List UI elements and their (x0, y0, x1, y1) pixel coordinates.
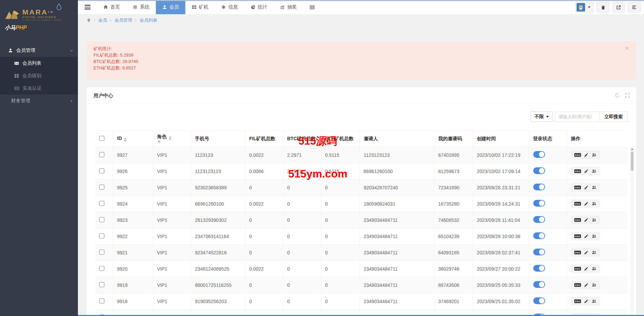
column-header-eth: ETH矿机总数 (321, 131, 359, 147)
align-list-button[interactable] (628, 2, 641, 13)
login-status-toggle[interactable] (533, 200, 545, 207)
cell-btc-total: 0 (283, 277, 321, 293)
user-menu-button[interactable] (575, 2, 594, 13)
scroll-up-arrow-icon[interactable] (631, 148, 633, 150)
sidebar-toggle-button[interactable] (78, 0, 97, 14)
sidebar-group-finance-management[interactable]: 财务管理 (0, 94, 78, 107)
sidebar-group-member-management[interactable]: 会员管理 (0, 44, 78, 57)
edit-button[interactable] (584, 185, 588, 190)
members-button[interactable] (591, 202, 597, 206)
sidebar-item-member-level[interactable]: 会员级别 (0, 69, 78, 82)
edit-button[interactable] (584, 169, 588, 173)
search-input[interactable] (555, 111, 599, 122)
sort-icon[interactable] (169, 136, 171, 140)
edit-button[interactable] (584, 299, 588, 303)
breadcrumb-link-member-list[interactable]: 会员列表 (140, 17, 157, 23)
column-header-id: ID (117, 135, 122, 141)
sidebar-item-member-list[interactable]: 会员列表 (0, 57, 78, 69)
members-button[interactable] (591, 283, 597, 287)
cell-fil-total: 0 (245, 228, 283, 245)
nav-tab-miner[interactable]: 矿机 (185, 0, 215, 14)
login-status-toggle[interactable] (533, 216, 545, 223)
row-checkbox[interactable] (99, 217, 104, 222)
search-button[interactable]: 立即搜索 (599, 111, 628, 122)
visa-card-button[interactable]: VISA (574, 251, 581, 254)
visa-card-button[interactable]: VISA (574, 299, 581, 303)
breadcrumb-link-member[interactable]: 会员 (98, 17, 107, 23)
cell-invite-code: 37469201 (434, 293, 473, 310)
login-status-toggle[interactable] (533, 184, 545, 190)
column-header-created: 创建时间 (473, 131, 529, 147)
row-checkbox[interactable] (99, 185, 104, 190)
cell-phone: 923023658389 (191, 180, 245, 196)
select-all-checkbox[interactable] (99, 136, 104, 141)
members-button[interactable] (591, 234, 597, 238)
nav-tab-message[interactable]: 信息 (215, 0, 244, 14)
row-checkbox[interactable] (99, 266, 104, 271)
row-checkbox[interactable] (99, 168, 104, 173)
members-button[interactable] (591, 185, 597, 190)
edit-button[interactable] (584, 234, 588, 238)
nav-tab-home[interactable]: 首页 (97, 0, 126, 14)
sort-icon[interactable] (124, 138, 127, 142)
visa-card-button[interactable]: VISA (574, 283, 581, 287)
edit-button[interactable] (584, 283, 588, 287)
members-button[interactable] (591, 153, 597, 157)
edit-button[interactable] (584, 250, 588, 255)
table-header-row: ID 角色 手机号 FIL矿机总数 BTC矿机总数 ETH矿机总数 邀请人 我的… (95, 131, 628, 147)
visa-card-button[interactable]: VISA (574, 153, 581, 157)
login-status-toggle[interactable] (533, 167, 545, 174)
login-status-toggle[interactable] (533, 297, 545, 304)
breadcrumb-link-member-management[interactable]: 会员管理 (115, 17, 132, 23)
row-checkbox[interactable] (99, 298, 104, 303)
members-button[interactable] (591, 218, 597, 222)
members-button[interactable] (591, 169, 597, 173)
alert-close-icon[interactable]: × (625, 45, 629, 51)
cell-phone: 1123123 (191, 147, 245, 163)
column-header-role: 角色 (157, 134, 167, 139)
scrollbar-thumb[interactable] (631, 151, 633, 171)
row-checkbox[interactable] (99, 250, 104, 255)
expand-icon[interactable] (625, 93, 630, 98)
filter-dropdown[interactable]: 不限 (531, 111, 553, 122)
edit-button[interactable] (584, 267, 588, 271)
cell-phone: 2348124089525 (191, 261, 245, 277)
users-icon (591, 185, 597, 190)
login-status-toggle[interactable] (533, 232, 545, 239)
vertical-scrollbar[interactable] (630, 147, 634, 316)
nav-tab-statistics[interactable]: 统计 (244, 0, 274, 14)
visa-card-button[interactable]: VISA (574, 186, 581, 189)
row-checkbox[interactable] (99, 282, 104, 287)
nav-tab-member[interactable]: 会员 (156, 0, 185, 14)
column-header-btc: BTC矿机总数 (283, 131, 321, 147)
visa-card-button[interactable]: VISA (574, 202, 581, 206)
row-checkbox[interactable] (99, 201, 104, 206)
filter-icon[interactable] (157, 140, 187, 144)
cell-created-time: 2023/09/27 20:00:22 (473, 261, 529, 277)
external-link-button[interactable] (612, 2, 625, 13)
nav-tab-apps[interactable] (303, 0, 321, 14)
visa-card-button[interactable]: VISA (574, 218, 581, 222)
row-checkbox[interactable] (99, 233, 104, 238)
trash-button[interactable] (597, 2, 609, 13)
visa-card-button[interactable]: VISA (574, 169, 581, 173)
edit-button[interactable] (584, 153, 588, 157)
row-checkbox[interactable] (99, 152, 104, 157)
login-status-toggle[interactable] (533, 249, 545, 255)
visa-card-button[interactable]: VISA (574, 267, 581, 271)
nav-tab-system[interactable]: 系统 (126, 0, 156, 14)
members-button[interactable] (591, 250, 597, 255)
edit-button[interactable] (584, 218, 588, 222)
members-button[interactable] (591, 299, 597, 303)
login-status-toggle[interactable] (533, 265, 545, 272)
nav-tab-lottery[interactable]: 抽奖 (274, 0, 303, 14)
cell-phone: 66961260100 (191, 196, 245, 212)
members-button[interactable] (591, 267, 597, 271)
login-status-toggle[interactable] (533, 151, 545, 158)
sidebar-item-real-name-auth[interactable]: 实名认证 (0, 82, 78, 94)
edit-button[interactable] (584, 202, 588, 206)
refresh-icon[interactable] (615, 93, 620, 98)
login-status-toggle[interactable] (533, 281, 545, 288)
visa-card-button[interactable]: VISA (574, 234, 581, 238)
table-row: 9922 VIP1 2347063141164 0 0 0 2349034484… (95, 228, 628, 245)
